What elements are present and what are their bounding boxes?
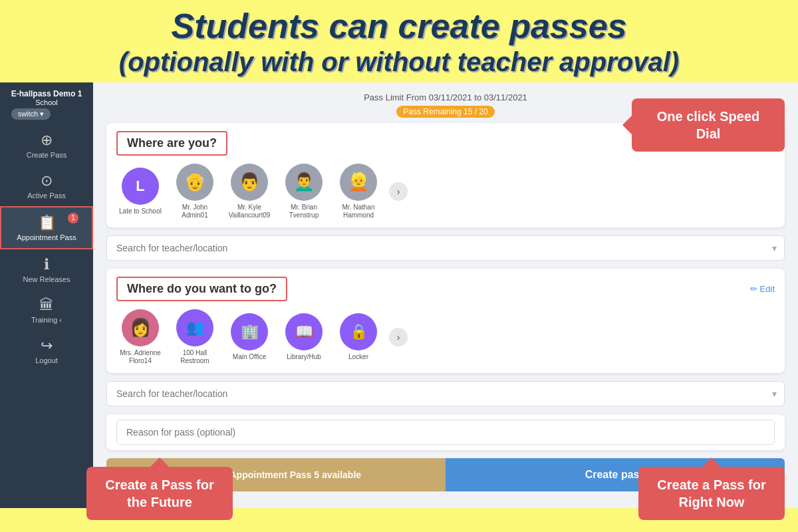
dest-locker[interactable]: 🔒 Locker — [334, 313, 382, 361]
nathan-label: Mr. NathanHammond — [342, 203, 375, 219]
kyle-label: Mr. KyleVaillancourt09 — [229, 203, 271, 219]
hall-restroom-avatar: 👥 — [176, 309, 213, 346]
locker-label: Locker — [348, 353, 368, 361]
origin-kyle[interactable]: 👨 Mr. KyleVaillancourt09 — [225, 164, 273, 219]
search-origin-chevron: ▾ — [772, 243, 777, 253]
reason-card — [106, 414, 785, 450]
library-hub-label: Library/Hub — [287, 353, 321, 361]
active-pass-label: Active Pass — [27, 192, 65, 200]
late-to-school-label: Late to School — [119, 207, 162, 215]
switch-button[interactable]: switch ▾ — [11, 108, 51, 120]
brian-label: Mr. BrianTvenstrup — [289, 203, 319, 219]
school-info: E-hallpass Demo 1 School switch ▾ — [11, 89, 82, 120]
late-to-school-avatar: L — [122, 168, 159, 205]
john-admin-avatar: 👴 — [176, 164, 213, 201]
training-label: Training ‹ — [31, 316, 62, 324]
new-releases-label: New Releases — [23, 275, 70, 283]
brian-avatar: 👨‍🦱 — [285, 164, 323, 201]
dest-library-hub[interactable]: 📖 Library/Hub — [280, 313, 328, 361]
sidebar-item-new-releases[interactable]: ℹ New Releases — [0, 249, 93, 290]
destination-locations-row: 👩 Mrs. AdrienneFloro14 👥 100 HallRestroo… — [116, 309, 775, 365]
search-dest-chevron: ▾ — [772, 388, 777, 399]
adrienne-avatar: 👩 — [122, 309, 159, 346]
locker-avatar: 🔒 — [340, 313, 377, 350]
pass-remaining-badge: Pass Remaining 15 / 20 — [396, 106, 494, 118]
top-heading: Students can create passes (optionally w… — [0, 0, 798, 82]
origin-late-to-school[interactable]: L Late to School — [116, 168, 164, 215]
reason-input[interactable] — [116, 420, 775, 445]
sidebar-item-appointment-pass[interactable]: 1 📋 Appointment Pass — [0, 206, 93, 249]
dest-main-office[interactable]: 🏢 Main Office — [225, 313, 273, 361]
dest-adrienne[interactable]: 👩 Mrs. AdrienneFloro14 — [116, 309, 164, 365]
search-dest-input[interactable] — [106, 381, 785, 406]
create-pass-icon: ⊕ — [41, 132, 53, 149]
speed-dial-callout: One click Speed Dial — [632, 98, 785, 152]
where-go-label: Where do you want to go? — [116, 277, 287, 301]
origin-chevron-right[interactable]: › — [389, 182, 408, 201]
heading-line2: (optionally with or without teacher appr… — [13, 47, 785, 77]
logout-icon: ↪ — [41, 337, 53, 354]
where-go-header: Where do you want to go? ✏ Edit — [116, 277, 775, 301]
search-origin-wrap: ▾ — [106, 235, 785, 261]
sidebar-item-create-pass[interactable]: ⊕ Create Pass — [0, 125, 93, 166]
library-hub-avatar: 📖 — [285, 313, 323, 350]
heading-line1: Students can create passes — [13, 7, 785, 47]
training-icon: 🏛 — [39, 297, 54, 314]
dest-chevron-right[interactable]: › — [389, 328, 408, 346]
origin-nathan[interactable]: 👱 Mr. NathanHammond — [334, 164, 382, 219]
origin-locations-row: L Late to School 👴 Mr. JohnAdmin01 👨 Mr.… — [116, 164, 775, 219]
hall-restroom-label: 100 HallRestroom — [180, 349, 209, 365]
create-pass-label: Create Pass — [27, 151, 67, 159]
appointment-pass-label: Appointment Pass — [17, 233, 76, 241]
school-demo-label: E-hallpass Demo 1 — [11, 89, 82, 98]
adrienne-label: Mrs. AdrienneFloro14 — [120, 349, 161, 365]
right-now-callout: Create a Pass for Right Now — [638, 467, 785, 520]
kyle-avatar: 👨 — [231, 164, 268, 201]
origin-brian[interactable]: 👨‍🦱 Mr. BrianTvenstrup — [280, 164, 328, 219]
search-dest-wrap: ▾ — [106, 381, 785, 406]
sidebar-item-active-pass[interactable]: ⊙ Active Pass — [0, 166, 93, 206]
active-pass-icon: ⊙ — [41, 172, 53, 190]
nathan-avatar: 👱 — [340, 164, 377, 201]
main-office-label: Main Office — [233, 353, 266, 361]
where-go-card: Where do you want to go? ✏ Edit 👩 Mrs. A… — [106, 269, 785, 373]
origin-john-admin[interactable]: 👴 Mr. JohnAdmin01 — [171, 164, 219, 219]
logout-label: Logout — [35, 356, 58, 364]
where-are-you-label: Where are you? — [116, 131, 227, 156]
sidebar-item-training[interactable]: 🏛 Training ‹ — [0, 290, 93, 331]
school-name-label: School — [11, 98, 82, 106]
sidebar: E-hallpass Demo 1 School switch ▾ ⊕ Crea… — [0, 82, 93, 508]
future-callout: Create a Pass for the Future — [86, 467, 233, 520]
appointment-pass-icon: 📋 — [38, 214, 56, 231]
main-office-avatar: 🏢 — [231, 313, 268, 350]
sidebar-item-logout[interactable]: ↪ Logout — [0, 331, 93, 371]
john-admin-label: Mr. JohnAdmin01 — [182, 203, 207, 219]
search-origin-input[interactable] — [106, 235, 785, 261]
dest-hall-restroom[interactable]: 👥 100 HallRestroom — [171, 309, 219, 365]
where-go-edit[interactable]: ✏ Edit — [750, 284, 775, 294]
new-releases-icon: ℹ — [44, 256, 49, 273]
appointment-badge: 1 — [68, 213, 78, 223]
